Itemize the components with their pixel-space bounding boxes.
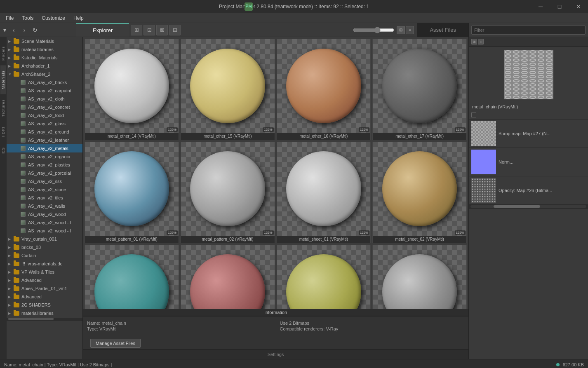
tree-scrollbar-thumb[interactable]	[8, 318, 54, 320]
menu-customize[interactable]: Customize	[38, 14, 69, 22]
tree-item[interactable]: ▶2G SHADERS	[7, 301, 82, 309]
side-tab-textures[interactable]: Textures	[0, 94, 6, 122]
side-tab-ies[interactable]: IES	[0, 142, 6, 159]
tree-item[interactable]: AS_vray_v2_tiles	[7, 194, 82, 202]
tree-item-label: AS_vray_v2_plastics	[28, 162, 70, 167]
tree-item-label: AS_vray_v2_glass	[28, 121, 66, 126]
tree-item[interactable]: ▶Archshader_1	[7, 62, 82, 70]
grid-item[interactable]: 125%metal_pattern_01 (VRayMtl)	[85, 142, 179, 243]
tree-item[interactable]: AS_vray_v2_bricks	[7, 78, 82, 87]
tree-item[interactable]: AS_vray_v2_food	[7, 111, 82, 120]
maximize-button[interactable]: □	[550, 0, 569, 13]
tree-item-label: AS_vray_v2_cloth	[28, 96, 65, 101]
nav-dropdown[interactable]: ▾	[2, 26, 7, 35]
tree-item[interactable]: AS_vray_v2_wood - l	[7, 218, 82, 227]
filter-input[interactable]	[471, 26, 586, 35]
rp-scrollbar-track[interactable]	[470, 205, 586, 208]
tree-item[interactable]: AS_vray_v2_cloth	[7, 95, 82, 103]
toolbar-btn-4[interactable]: ⊟	[169, 25, 181, 35]
tree-scrollbar[interactable]	[7, 318, 82, 321]
rp-checkbox[interactable]	[471, 113, 476, 117]
rp-icon-list[interactable]: ≡	[478, 39, 484, 45]
tree-item[interactable]: ▶!!!_vray-materials.de	[7, 260, 82, 268]
toolbar-btn-3[interactable]: ⊠	[156, 25, 168, 35]
tree-item[interactable]: AS_vray_v2_sss	[7, 177, 82, 185]
manage-asset-files-button[interactable]: Manage Asset Files	[90, 339, 141, 348]
grid-item-label: metal_sheet_01 (VRayMtl)	[277, 236, 371, 243]
tree-item[interactable]: AS_vray_v2_metals	[7, 144, 82, 152]
tree-item-label: AS_vray_v2_metals	[28, 146, 68, 151]
tree-item[interactable]: ▶Abies_Pardei_01_vm1	[7, 284, 82, 293]
title-text: Project Manager 2.80.84 (teamwork mode) …	[219, 4, 369, 9]
top-bar: ▾ ‹ › ↻ Explorer ⊞ ⊡ ⊠ ⊟ ⊞ ≡ Asset Files	[0, 23, 588, 37]
tree-item[interactable]: ▶Advanced	[7, 276, 82, 284]
tree-item[interactable]: AS_vray_v2_wood - l	[7, 227, 82, 235]
tree-item[interactable]: ▶Curtain	[7, 251, 82, 260]
tree-item[interactable]: ▶Vray_curtain_001	[7, 235, 82, 243]
tree-item[interactable]: AS_vray_v2_porcelai	[7, 169, 82, 177]
grid-view-btn[interactable]: ⊞	[397, 26, 405, 34]
nav-refresh[interactable]: ↻	[31, 26, 40, 35]
grid-item[interactable]: 125%metal_other_16 (VRayMtl)	[277, 39, 371, 140]
size-slider[interactable]	[353, 27, 394, 33]
tree-item[interactable]: ▶Kstudio_Materials	[7, 54, 82, 62]
tab-assetfiles[interactable]: Asset Files	[417, 23, 468, 37]
tree-item[interactable]: ▼ArchShader_2	[7, 70, 82, 78]
minimize-button[interactable]: ─	[531, 0, 550, 13]
grid-item-label: metal_pattern_01 (VRayMtl)	[85, 236, 179, 243]
tab-explorer[interactable]: Explorer	[76, 23, 129, 37]
grid-item[interactable]: 125%metal_other_19 (VRayMtl)	[181, 245, 275, 309]
folder-icon	[14, 311, 19, 316]
nav-back[interactable]: ‹	[9, 26, 18, 35]
grid-item[interactable]: 125%metal_other_15 (VRayMtl)	[181, 39, 275, 140]
nav-forward[interactable]: ›	[20, 26, 29, 35]
grid-thumb: 125%	[181, 39, 275, 133]
material-icon	[21, 146, 26, 151]
grid-item[interactable]: 125%metal_other_18 (VRayMtl)	[85, 245, 179, 309]
rp-icon-grid[interactable]: ⊞	[471, 39, 477, 45]
tree-item[interactable]: AS_vray_v2_concret	[7, 103, 82, 111]
close-button[interactable]: ✕	[569, 0, 588, 13]
side-tab-hdri[interactable]: HDRI	[0, 122, 6, 142]
tree-item[interactable]: AS_vray_v2_stone	[7, 185, 82, 194]
grid-area[interactable]: 125%metal_other_14 (VRayMtl)125%metal_ot…	[83, 37, 468, 309]
grid-item[interactable]: 125%metal_other_17 (VRayMtl)	[372, 39, 467, 140]
grid-item[interactable]: 125%metal_sheet_02 (VRayMtl)	[372, 142, 467, 243]
side-tab-models[interactable]: Models	[0, 41, 6, 66]
info-grid: Name: metal_chain Use 2 Bitmaps Type: VR…	[87, 321, 464, 331]
tree-item[interactable]: AS_vray_v2_wood	[7, 210, 82, 218]
tree-item[interactable]: AS_vray_v2_carpaint	[7, 87, 82, 95]
grid-item[interactable]: 125%metal_sheet_01 (VRayMtl)	[277, 142, 371, 243]
toolbar-btn-2[interactable]: ⊡	[143, 25, 155, 35]
list-view-btn[interactable]: ≡	[406, 26, 414, 34]
grid-item[interactable]: 125%metal_other_21 (VRayMtl)	[372, 245, 467, 309]
tree-item[interactable]: ▶VP Walls & Tiles	[7, 268, 82, 276]
sidebar-with-vtabs: Models Materials Textures HDRI IES ▶Scen…	[0, 37, 83, 359]
tree-item[interactable]: AS_vray_v2_organic	[7, 152, 82, 161]
rp-scrollbar-thumb[interactable]	[494, 205, 540, 208]
menu-tools[interactable]: Tools	[18, 14, 38, 22]
rp-scrollbar[interactable]	[469, 205, 588, 209]
side-tab-materials[interactable]: Materials	[0, 66, 6, 94]
tree-item[interactable]: ▶materiallibraries	[7, 309, 82, 317]
tree-arrow: ▶	[8, 270, 13, 274]
tree-item-label: AS_vray_v2_food	[28, 113, 64, 118]
tree-item[interactable]: AS_vray_v2_ground	[7, 128, 82, 136]
tree-item[interactable]: ▶materiallibraries	[7, 45, 82, 54]
grid-item[interactable]: 125%metal_other_14 (VRayMtl)	[85, 39, 179, 140]
tree-item-label: AS_vray_v2_wood - l	[28, 228, 71, 233]
grid-item[interactable]: 125%metal_pattern_02 (VRayMtl)	[181, 142, 275, 243]
tree-item[interactable]: ▶Scene Materials	[7, 37, 82, 45]
tree-item[interactable]: AS_vray_v2_leather	[7, 136, 82, 144]
settings-bar: Settings	[83, 349, 468, 359]
tree-item[interactable]: AS_vray_v2_plastics	[7, 161, 82, 169]
tree-item[interactable]: ▶bricks_03	[7, 243, 82, 251]
toolbar-btn-1[interactable]: ⊞	[131, 25, 142, 35]
material-icon-container	[20, 88, 26, 94]
tree-item[interactable]: ▶Advanced	[7, 293, 82, 301]
tree-item[interactable]: AS_vray_v2_walls	[7, 202, 82, 210]
grid-item[interactable]: 125%metal_other_20 (VRayMtl)	[277, 245, 371, 309]
menu-help[interactable]: Help	[69, 14, 88, 22]
tree-item[interactable]: AS_vray_v2_glass	[7, 120, 82, 128]
menu-file[interactable]: File	[2, 14, 18, 22]
